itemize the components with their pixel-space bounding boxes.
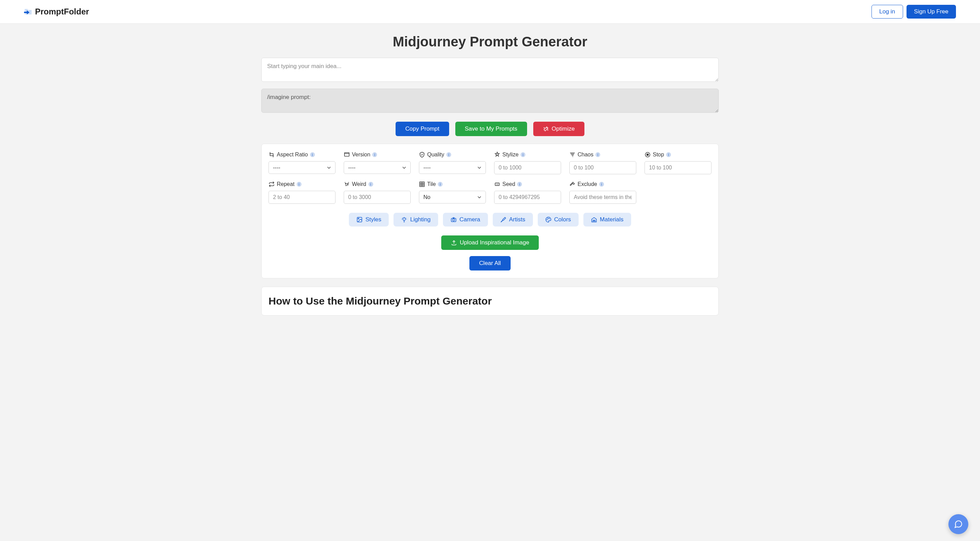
version-select[interactable]: ---- [344, 161, 411, 174]
upload-label: Upload Inspirational Image [460, 239, 529, 246]
info-icon[interactable]: i [595, 152, 600, 157]
svg-point-14 [358, 218, 359, 219]
stylize-group: Stylize i [494, 152, 561, 174]
stop-icon [644, 152, 651, 158]
quality-select[interactable]: ---- [419, 161, 486, 174]
styles-chip[interactable]: Styles [349, 213, 389, 227]
hammer-icon [569, 181, 576, 187]
quality-label: Quality [427, 152, 444, 158]
repeat-icon [269, 181, 275, 187]
stop-label: Stop [653, 152, 664, 158]
quality-group: Quality i ---- [419, 152, 486, 174]
image-icon [356, 217, 363, 223]
tile-label: Tile [427, 181, 436, 187]
upload-image-button[interactable]: Upload Inspirational Image [441, 235, 539, 250]
camera-chip[interactable]: Camera [443, 213, 488, 227]
svg-rect-6 [420, 182, 425, 187]
version-icon [344, 152, 350, 158]
svg-point-15 [403, 218, 406, 221]
svg-point-18 [547, 219, 547, 220]
repeat-input[interactable] [269, 191, 336, 204]
chaos-input[interactable] [569, 161, 636, 174]
logo[interactable]: PromptFolder [24, 7, 89, 16]
center-buttons: Upload Inspirational Image Clear All [269, 235, 711, 270]
chaos-group: Chaos i [569, 152, 636, 174]
weird-label: Weird [352, 181, 366, 187]
bulb-icon [401, 217, 407, 223]
exclude-input[interactable] [569, 191, 636, 204]
info-icon[interactable]: i [517, 182, 522, 187]
materials-chip[interactable]: Materials [584, 213, 631, 227]
lighting-label: Lighting [410, 216, 431, 223]
aspect-ratio-select[interactable]: ---- [269, 161, 336, 174]
exclude-group: Exclude i [569, 181, 636, 204]
camera-icon [450, 217, 457, 223]
repeat-label: Repeat [277, 181, 294, 187]
tile-group: Tile i No [419, 181, 486, 204]
svg-rect-3 [647, 154, 649, 156]
info-icon[interactable]: i [297, 182, 301, 187]
weird-input[interactable] [344, 191, 411, 204]
materials-label: Materials [600, 216, 624, 223]
artists-chip[interactable]: Artists [493, 213, 533, 227]
info-icon[interactable]: i [599, 182, 604, 187]
shield-icon [419, 152, 425, 158]
page-title: Midjourney Prompt Generator [261, 34, 719, 49]
header-buttons: Log in Sign Up Free [872, 5, 956, 19]
info-icon[interactable]: i [368, 182, 373, 187]
palette-icon [545, 217, 552, 223]
clear-all-button[interactable]: Clear All [469, 256, 510, 270]
artists-label: Artists [509, 216, 525, 223]
wand-icon [543, 126, 549, 132]
lighting-chip[interactable]: Lighting [393, 213, 438, 227]
header: PromptFolder Log in Sign Up Free [0, 0, 980, 24]
seed-input[interactable] [494, 191, 561, 204]
optimize-label: Optimize [552, 126, 575, 132]
camera-label: Camera [460, 216, 480, 223]
info-icon[interactable]: i [310, 152, 315, 157]
howto-panel: How to Use the Midjourney Prompt Generat… [261, 287, 719, 316]
crop-icon [269, 152, 275, 158]
colors-chip[interactable]: Colors [538, 213, 579, 227]
exclude-label: Exclude [578, 181, 597, 187]
info-icon[interactable]: i [666, 152, 671, 157]
stop-input[interactable] [644, 161, 711, 174]
chaos-label: Chaos [578, 152, 593, 158]
weird-group: Weird i [344, 181, 411, 204]
upload-icon [451, 239, 457, 246]
stylize-label: Stylize [502, 152, 519, 158]
login-button[interactable]: Log in [872, 5, 903, 19]
generated-prompt-output[interactable]: /imagine prompt: [261, 89, 719, 113]
info-icon[interactable]: i [438, 182, 442, 187]
svg-point-19 [547, 218, 548, 219]
options-panel: Aspect Ratio i ---- Version i ---- Quali… [261, 144, 719, 278]
colors-label: Colors [554, 216, 571, 223]
brush-icon [500, 217, 506, 223]
action-row: Copy Prompt Save to My Prompts Optimize [261, 122, 719, 136]
folder-arrow-icon [24, 8, 32, 16]
svg-rect-0 [344, 153, 349, 156]
svg-point-5 [347, 183, 348, 184]
repeat-group: Repeat i [269, 181, 336, 204]
seed-group: 12 Seed i [494, 181, 561, 204]
copy-prompt-button[interactable]: Copy Prompt [396, 122, 449, 136]
chips-row: Styles Lighting Camera Artists Colors Ma… [269, 213, 711, 227]
info-icon[interactable]: i [372, 152, 377, 157]
info-icon[interactable]: i [446, 152, 451, 157]
main-idea-input[interactable] [261, 58, 719, 82]
optimize-button[interactable]: Optimize [533, 122, 584, 136]
seed-icon: 12 [494, 181, 500, 187]
signup-button[interactable]: Sign Up Free [907, 5, 956, 19]
save-prompts-button[interactable]: Save to My Prompts [455, 122, 527, 136]
tile-select[interactable]: No [419, 191, 486, 203]
warehouse-icon [591, 217, 597, 223]
version-label: Version [352, 152, 370, 158]
svg-point-4 [345, 183, 347, 184]
seed-label: Seed [502, 181, 515, 187]
info-icon[interactable]: i [520, 152, 525, 157]
aspect-ratio-group: Aspect Ratio i ---- [269, 152, 336, 174]
stylize-input[interactable] [494, 161, 561, 174]
stylize-icon [494, 152, 500, 158]
tornado-icon [569, 152, 576, 158]
aspect-ratio-label: Aspect Ratio [277, 152, 308, 158]
